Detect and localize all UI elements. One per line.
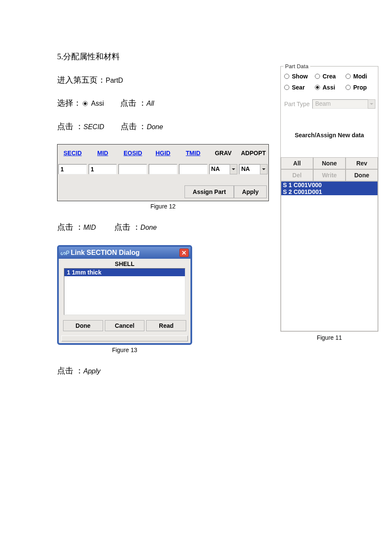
radio-assi-label: Assi [91,100,104,107]
chevron-down-icon [260,164,268,174]
legend: Part Data [283,63,310,69]
radio-sear[interactable]: Sear [284,84,315,91]
lbl: Prop [353,84,367,91]
none-button[interactable]: None [313,157,346,169]
t1: 点击 ： [57,366,84,375]
radio-assi[interactable]: Assi [315,84,346,91]
part-type-select: Beam [312,99,375,109]
col-hgid[interactable]: HGID [148,145,178,162]
figure13-caption: Figure 13 [57,347,192,353]
figure12-caption: Figure 12 [57,203,269,210]
v1: MID [84,224,96,231]
inp-eosid[interactable] [118,164,147,174]
lbl: Modi [353,73,367,80]
property-grid: SECID MID EOSID HGID TMID GRAV ADPOPT NA… [57,144,269,201]
write-button: Write [313,169,346,181]
txt2: 点击 ： [104,98,147,107]
val: PartD [106,77,123,84]
heading-5: 5.分配属性和材料 [57,51,377,63]
t2: 点击 ： [96,223,141,231]
part-list[interactable]: S 1 C001V000 S 2 C001D001 [281,181,378,331]
v2: Done [147,123,163,130]
col-adpopt: ADPOPT [238,145,268,162]
step-click-apply: 点击 ：Apply [57,365,377,377]
search-assign-title: Search/Assign New data [281,113,378,157]
part-type-label: Part Type [284,101,310,107]
lbl: Assi [323,84,335,91]
list-item[interactable]: 1 1mm thick [64,269,185,276]
inp-hgid[interactable] [149,164,177,174]
lbl: Crea [323,73,336,80]
radio-prop[interactable]: Prop [346,84,376,91]
app-icon: ᔕᑭ [61,249,68,257]
close-icon[interactable]: ✕ [179,249,189,257]
col-secid[interactable]: SECID [58,145,88,162]
section-type: SHELL [59,259,190,267]
cancel-button[interactable]: Cancel [105,320,145,331]
section-list[interactable]: 1 1mm thick [64,268,185,315]
apply-button[interactable]: Apply [234,185,267,198]
rev-button[interactable]: Rev [346,157,378,169]
col-mid[interactable]: MID [88,145,118,162]
inp-mid[interactable] [89,164,117,174]
del-button: Del [281,169,313,181]
dd-adpopt-val: NA [239,164,260,174]
part-data-panel: Part Data Show Crea Modi Sear Assi Prop … [280,63,378,341]
assign-part-button[interactable]: Assign Part [184,185,234,198]
title: Link SECTION Dialog [71,249,140,257]
t1: 点击 ： [57,122,84,131]
v2: Done [141,224,157,231]
link-section-dialog: ᔕᑭ Link SECTION Dialog ✕ SHELL 1 1mm thi… [57,245,192,345]
list-item[interactable]: S 2 C001D001 [281,188,378,195]
statusbar [61,335,188,341]
t1: 点击 ： [57,223,84,231]
lbl: Sear [292,84,305,91]
t2: 点击 ： [104,122,147,131]
radio-show[interactable]: Show [284,73,315,80]
val-all: All [147,100,154,107]
v1: SECID [84,123,104,130]
lbl: Show [292,73,308,80]
txt: 选择： [57,98,81,107]
dd-grav-val: NA [209,164,230,174]
radio-assi-bullet [83,101,88,106]
inp-tmid[interactable] [179,164,208,174]
read-button[interactable]: Read [146,320,186,331]
chevron-down-icon [368,99,375,109]
done-button[interactable]: Done [63,320,103,331]
dd-grav[interactable]: NA [209,164,238,174]
radio-crea[interactable]: Crea [315,73,346,80]
col-eosid[interactable]: EOSID [118,145,148,162]
list-item[interactable]: S 1 C001V000 [281,182,378,188]
dd-adpopt[interactable]: NA [239,164,268,174]
col-grav: GRAV [208,145,239,162]
txt: 进入第五页： [57,75,106,84]
all-button[interactable]: All [281,157,313,169]
chevron-down-icon [230,164,237,174]
col-tmid[interactable]: TMID [178,145,208,162]
radio-modi[interactable]: Modi [346,73,376,80]
done-button[interactable]: Done [346,169,378,181]
figure11-caption: Figure 11 [280,334,378,341]
part-type-value: Beam [312,99,368,109]
v1: Apply [84,367,101,375]
titlebar[interactable]: ᔕᑭ Link SECTION Dialog ✕ [59,247,190,259]
inp-secid[interactable] [58,164,87,174]
